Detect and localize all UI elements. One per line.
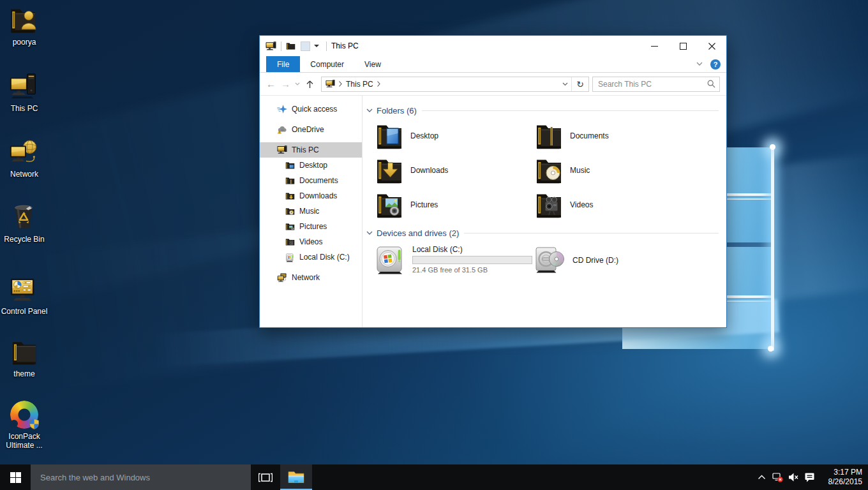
devices-group-header[interactable]: Devices and drives (2) — [366, 226, 719, 240]
qat-properties-icon[interactable] — [286, 41, 296, 51]
window-this-pc-icon — [266, 41, 276, 52]
navigation-pane: Quick access OneDrive This PC Desktop Do… — [260, 96, 363, 327]
file-explorer-icon — [288, 470, 304, 484]
taskbar-search-box[interactable] — [31, 464, 251, 490]
items-view: Folders (6) Desktop Documents Downloads — [363, 96, 726, 327]
desktop-icon-network[interactable]: Network — [1, 137, 48, 179]
caption-buttons — [640, 36, 726, 56]
breadcrumb-this-pc[interactable]: This PC — [346, 80, 373, 89]
group-title[interactable]: Devices and drives (2) — [377, 228, 459, 238]
drive-tile-cd-d[interactable]: CD Drive (D:) — [535, 245, 694, 276]
folders-group-header[interactable]: Folders (6) — [366, 103, 719, 117]
taskbar-clock[interactable]: 3:17 PM 8/26/2015 — [821, 468, 862, 487]
collapse-chevron-icon[interactable] — [366, 231, 373, 235]
downloads-folder-icon — [285, 191, 295, 201]
sidebar-item-pictures[interactable]: Pictures — [260, 219, 362, 234]
up-button[interactable] — [302, 80, 317, 89]
documents-folder-icon — [285, 176, 295, 186]
pictures-folder-icon — [375, 191, 403, 219]
sidebar-item-network[interactable]: Network — [260, 270, 362, 285]
group-title[interactable]: Folders (6) — [377, 106, 417, 115]
task-view-icon — [258, 472, 273, 483]
desktop-folder-icon — [285, 161, 295, 170]
taskbar-search-input[interactable] — [39, 472, 251, 483]
this-pc-icon — [277, 145, 287, 155]
sidebar-item-this-pc[interactable]: This PC — [260, 142, 362, 158]
desktop-folder-icon — [375, 122, 403, 150]
qat-new-folder-icon[interactable] — [301, 41, 310, 51]
group-rule — [422, 110, 719, 111]
folder-tile-desktop[interactable]: Desktop — [375, 119, 535, 153]
folder-tile-downloads[interactable]: Downloads — [375, 153, 535, 188]
sidebar-item-videos[interactable]: Videos — [260, 234, 362, 249]
desktop-icon-label: IconPack Ultimate ... — [1, 432, 48, 450]
drive-tile-local-disk-c[interactable]: Local Disk (C:) 21.4 GB free of 31.5 GB — [375, 245, 535, 276]
ribbon-collapse-chevron-icon[interactable] — [696, 62, 703, 66]
tray-show-hidden-icons-chevron[interactable] — [754, 464, 770, 490]
close-button[interactable] — [698, 36, 726, 56]
sidebar-item-onedrive[interactable]: OneDrive — [260, 122, 362, 137]
ribbon-tabs: File Computer View ? — [260, 56, 726, 73]
collapse-chevron-icon[interactable] — [366, 108, 373, 113]
volume-muted-icon[interactable] — [786, 464, 802, 490]
divider — [281, 41, 281, 51]
tab-computer[interactable]: Computer — [300, 56, 354, 72]
maximize-button[interactable] — [669, 36, 698, 56]
folder-tile-pictures[interactable]: Pictures — [375, 188, 535, 222]
clock-time: 3:17 PM — [834, 468, 862, 477]
file-explorer-taskbar-button[interactable] — [280, 464, 312, 490]
disk-usage-bar — [412, 256, 532, 264]
address-bar[interactable]: This PC ↻ — [321, 77, 589, 92]
recent-locations-chevron[interactable] — [293, 82, 302, 86]
sidebar-item-desktop[interactable]: Desktop — [260, 158, 362, 173]
window-title: This PC — [331, 41, 359, 50]
explorer-search-box[interactable] — [592, 77, 720, 92]
control-panel-icon — [9, 274, 40, 305]
network-status-icon[interactable] — [770, 464, 786, 490]
cd-drive-icon — [535, 245, 565, 276]
desktop-icon-recycle-bin[interactable]: Recycle Bin — [1, 202, 48, 244]
task-view-button[interactable] — [251, 464, 280, 490]
sidebar-item-quick-access[interactable]: Quick access — [260, 101, 362, 117]
sidebar-item-downloads[interactable]: Downloads — [260, 188, 362, 204]
address-this-pc-icon — [326, 79, 335, 89]
start-button[interactable] — [0, 464, 31, 490]
action-center-icon[interactable] — [802, 464, 818, 490]
folder-tile-music[interactable]: Music — [535, 153, 694, 188]
desktop-icon-theme-folder[interactable]: theme — [1, 337, 48, 378]
address-dropdown-chevron[interactable] — [558, 77, 571, 91]
forward-button[interactable]: → — [278, 79, 293, 89]
sidebar-item-local-disk-c[interactable]: Local Disk (C:) — [260, 249, 362, 265]
minimize-button[interactable] — [640, 36, 669, 56]
refresh-button[interactable]: ↻ — [571, 77, 588, 91]
breadcrumb-chevron-icon[interactable] — [335, 81, 346, 87]
qat-customize-dropdown[interactable] — [314, 45, 319, 47]
clock-date: 8/26/2015 — [828, 477, 862, 486]
explorer-search-input[interactable] — [597, 79, 707, 89]
back-button[interactable]: ← — [264, 79, 278, 89]
desktop-icon-this-pc[interactable]: This PC — [1, 71, 48, 113]
folder-tile-videos[interactable]: Videos — [535, 188, 694, 222]
sidebar-item-documents[interactable]: Documents — [260, 173, 362, 188]
tab-file[interactable]: File — [266, 56, 300, 72]
desktop-icon-control-panel[interactable]: Control Panel — [1, 274, 48, 316]
desktop-icon-label: Recycle Bin — [4, 235, 44, 244]
desktop-icon-user-folder[interactable]: poorya — [1, 5, 48, 47]
local-disk-icon — [285, 253, 295, 262]
folder-tile-documents[interactable]: Documents — [535, 119, 694, 153]
quick-access-star-icon — [277, 104, 287, 114]
downloads-folder-icon — [375, 156, 403, 184]
recycle-bin-icon — [9, 202, 40, 233]
iconpack-swirl-icon — [9, 399, 40, 430]
folders-grid: Desktop Documents Downloads Music Pictur… — [375, 119, 719, 222]
breadcrumb-chevron-icon[interactable] — [373, 81, 384, 87]
search-icon[interactable] — [707, 80, 715, 88]
sidebar-item-music[interactable]: Music — [260, 204, 362, 219]
windows-logo-icon — [10, 472, 21, 483]
user-folder-icon — [9, 5, 40, 36]
desktop-icon-iconpack[interactable]: IconPack Ultimate ... — [1, 399, 48, 450]
divider — [326, 41, 327, 51]
taskbar: 3:17 PM 8/26/2015 — [0, 464, 868, 490]
tab-view[interactable]: View — [354, 56, 391, 72]
help-button[interactable]: ? — [710, 59, 721, 70]
